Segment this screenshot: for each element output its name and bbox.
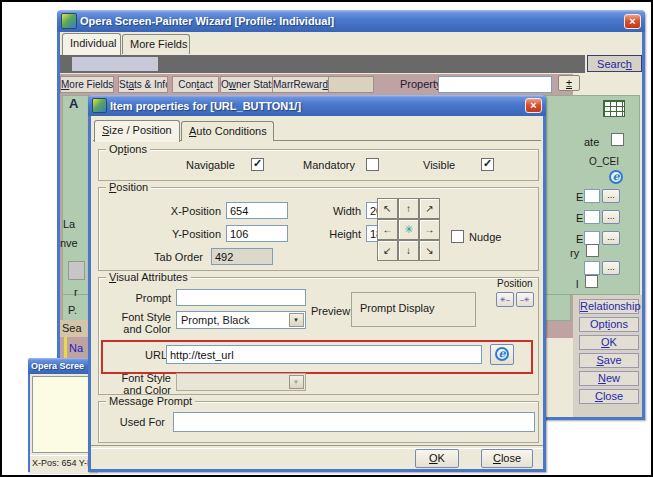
width-label: Width — [321, 205, 361, 217]
visible-checkbox[interactable] — [481, 158, 494, 171]
property-input[interactable] — [438, 76, 552, 93]
fragment-label-a: A — [69, 98, 78, 110]
tab-auto-conditions[interactable]: Auto Conditions — [181, 121, 274, 141]
fragment-label-e1: E — [576, 191, 583, 203]
fragment-label-na: Na — [69, 342, 83, 354]
arrow-down-left-icon[interactable]: ↙ — [377, 240, 398, 261]
dialog-title: Item properties for [URL_BUTTON1/] — [110, 100, 522, 112]
prompt-position-left-icon[interactable]: ✳– — [496, 292, 514, 307]
url-input[interactable] — [166, 345, 482, 364]
more-fields-button[interactable]: More Fields — [60, 76, 114, 93]
tab-order-input — [211, 248, 273, 265]
message-prompt-legend: Message Prompt — [106, 395, 195, 407]
font-style-label-line1: Font Style — [105, 311, 171, 323]
fragment-checkbox-3[interactable] — [585, 275, 598, 288]
ok-button-dialog[interactable]: OK — [415, 449, 459, 468]
visual-attributes-group: Visual Attributes Prompt Font Style and … — [98, 277, 539, 395]
height-label: Height — [315, 228, 361, 240]
navigable-checkbox[interactable] — [251, 158, 264, 171]
font-style2-label-line1: Font Style — [105, 372, 171, 384]
fragment-field-4[interactable] — [584, 261, 600, 275]
preview-text: Prompt Display — [360, 302, 435, 314]
fragment-field-1[interactable] — [584, 189, 600, 203]
arrow-down-icon[interactable]: ↓ — [398, 240, 419, 261]
fragment-label-l: l — [576, 278, 578, 290]
center-star-icon[interactable]: ✳ — [398, 219, 419, 240]
fragment-label-e2: E — [576, 212, 583, 224]
save-button[interactable]: Save — [579, 353, 639, 368]
dropdown-arrow-icon[interactable] — [289, 313, 304, 327]
fragment-field-3[interactable] — [584, 231, 600, 245]
options-group: Options Navigable Mandatory Visible — [98, 149, 539, 181]
mandatory-label: Mandatory — [303, 159, 355, 171]
used-for-input[interactable] — [173, 412, 535, 432]
prompt-position-right-icon[interactable]: –✳ — [516, 292, 534, 307]
stats-info-button[interactable]: Stats & Info — [118, 76, 168, 93]
font-style-dropdown[interactable]: Prompt, Black — [176, 311, 306, 329]
url-label: URL — [145, 349, 167, 361]
dialog-icon — [92, 98, 107, 113]
ellipsis-button-2[interactable]: ... — [602, 210, 620, 224]
arrow-up-icon[interactable]: ↑ — [398, 198, 419, 219]
small-window-body: X-Pos: 654 Y-P — [30, 374, 94, 470]
dialog-close-icon[interactable]: × — [525, 98, 542, 113]
message-prompt-group: Message Prompt Used For — [98, 401, 539, 443]
x-position-input[interactable] — [226, 202, 288, 219]
relationship-button[interactable]: Relationship — [579, 299, 639, 314]
y-position-input[interactable] — [226, 225, 288, 242]
small-window-titlebar[interactable]: Opera Scree — [28, 358, 96, 374]
arrow-up-right-icon[interactable]: ↗ — [419, 198, 440, 219]
close-button-dialog[interactable]: Close — [481, 449, 533, 468]
item-properties-dialog: Item properties for [URL_BUTTON1/] × Aut… — [88, 95, 546, 472]
ellipsis-button-4[interactable]: ... — [602, 261, 620, 275]
tab-order-label: Tab Order — [119, 251, 203, 263]
x-position-label: X-Position — [119, 205, 221, 217]
tab-size-position[interactable]: Size / Position — [94, 120, 180, 142]
field-highlight-block — [72, 57, 158, 71]
ok-button-main[interactable]: OK — [579, 335, 639, 350]
small-window-statusbar: X-Pos: 654 Y-P — [30, 455, 96, 473]
prompt-input[interactable] — [176, 289, 306, 306]
button-divider — [91, 445, 543, 449]
main-window-titlebar[interactable]: Opera Screen-Painter Wizard [Profile: In… — [57, 10, 645, 32]
fragment-label-ocei: O_CEI — [589, 156, 619, 168]
font-style2-dropdown-disabled — [176, 373, 306, 391]
tab-individual[interactable]: Individual — [62, 33, 121, 55]
owner-stats-button[interactable]: Owner Stats — [220, 76, 273, 93]
dialog-titlebar[interactable]: Item properties for [URL_BUTTON1/] × — [88, 95, 546, 116]
marr-rewards-button[interactable]: MarrRewards — [272, 76, 330, 93]
search-button[interactable]: Search — [587, 55, 642, 72]
position-group-legend: Position — [106, 181, 151, 193]
dark-strip — [60, 55, 585, 73]
mandatory-checkbox[interactable] — [366, 158, 379, 171]
fragment-checkbox-2[interactable] — [586, 244, 599, 257]
options-button[interactable]: Options — [579, 317, 639, 332]
fragment-field-2[interactable] — [584, 210, 600, 224]
options-group-legend: Options — [106, 143, 150, 155]
arrow-up-left-icon[interactable]: ↖ — [377, 198, 398, 219]
ellipsis-button-1[interactable]: ... — [602, 189, 620, 203]
new-button[interactable]: New — [579, 371, 639, 386]
tab-more-fields[interactable]: More Fields — [122, 34, 190, 54]
close-button-main[interactable]: Close — [579, 389, 639, 404]
fragment-label-la: La — [63, 218, 75, 230]
small-window-canvas — [32, 376, 91, 453]
preview-label: Preview: — [311, 305, 353, 317]
contact-button[interactable]: Contact — [172, 76, 219, 93]
open-url-button[interactable]: e — [490, 344, 514, 365]
position-group: Position X-Position Width Y-Position Hei… — [98, 187, 539, 271]
main-close-icon[interactable]: × — [624, 14, 641, 29]
nudge-checkbox[interactable] — [451, 230, 464, 243]
property-drop-button[interactable]: ± — [558, 75, 580, 91]
ellipsis-button-3[interactable]: ... — [602, 231, 620, 245]
arrow-down-right-icon[interactable]: ↘ — [419, 240, 440, 261]
main-window-title: Opera Screen-Painter Wizard [Profile: In… — [80, 15, 621, 27]
property-label: Property — [400, 78, 442, 90]
arrow-left-icon[interactable]: ← — [377, 219, 398, 240]
arrow-right-icon[interactable]: → — [419, 219, 440, 240]
ie-browser-icon[interactable]: e — [609, 170, 623, 184]
fragment-checkbox-1[interactable] — [611, 133, 624, 146]
used-for-label: Used For — [115, 416, 165, 428]
app-icon — [61, 13, 77, 29]
prompt-position-label: Position — [497, 278, 533, 290]
